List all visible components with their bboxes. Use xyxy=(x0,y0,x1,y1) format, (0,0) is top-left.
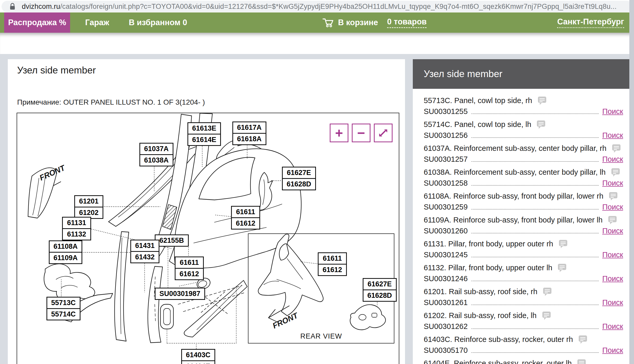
part-name: 61038A. Reinforcement sub-assy, center b… xyxy=(424,167,606,177)
diagram-part-code[interactable]: 61611 xyxy=(232,207,259,217)
diagram-part-code[interactable]: 61617A xyxy=(233,122,266,133)
main-panel: Узел side member Примечание: OUTER PANEL… xyxy=(8,59,405,364)
part-name: 61201. Rail sub-assy, roof side, rh xyxy=(424,287,537,296)
diagram-part-code[interactable]: 61612 xyxy=(319,264,346,275)
diagram-part-code[interactable]: 61627E xyxy=(283,167,315,178)
diagram-note: Примечание: OUTER PANEL ILLUST NO. 1 OF … xyxy=(17,98,205,106)
comment-bubble-icon[interactable] xyxy=(608,215,617,224)
part-search-link[interactable]: Поиск xyxy=(602,226,623,236)
address-bar[interactable]: dvizhcom.ru/catalogs/foreign/unit.php?c=… xyxy=(2,1,632,12)
diagram-part-code[interactable]: 61431 xyxy=(131,240,159,251)
diagram-part-label[interactable]: 61108A61109A xyxy=(49,240,82,264)
diagram-part-code[interactable]: 55714C xyxy=(47,308,80,320)
comment-bubble-icon[interactable] xyxy=(536,120,546,129)
diagram-part-code[interactable]: 55713C xyxy=(47,298,80,308)
diagram-part-label[interactable]: 6161161612 xyxy=(175,257,204,280)
part-search-link[interactable]: Поиск xyxy=(602,202,623,212)
main-nav: Распродажа % Гараж В избранном 0 В корзи… xyxy=(0,12,634,33)
diagram-part-code[interactable]: 61628D xyxy=(283,178,315,190)
diagram-part-code[interactable]: 61612 xyxy=(176,268,203,279)
diagram-part-code[interactable]: SU00301987 xyxy=(156,288,204,299)
browser-bar: dvizhcom.ru/catalogs/foreign/unit.php?c=… xyxy=(0,0,634,12)
part-number: SU00301255 xyxy=(424,106,468,116)
dotted-leader xyxy=(471,209,598,210)
header-spacer-band xyxy=(0,33,634,54)
comment-bubble-icon[interactable] xyxy=(537,96,547,105)
diagram-part-label[interactable]: 6161161612 xyxy=(231,206,260,230)
diagram-part-code[interactable]: 61627E xyxy=(363,279,396,289)
page-scrollbar[interactable] xyxy=(629,0,634,364)
diagram-part-code[interactable]: 61038A xyxy=(140,154,173,166)
part-search-link[interactable]: Поиск xyxy=(602,274,623,284)
diagram-part-label[interactable]: 61403C61404E xyxy=(181,349,215,364)
comment-bubble-icon[interactable] xyxy=(543,287,552,296)
parts-diagram[interactable]: FRONT FRONT REAR VIEW 61613E61614E61617A… xyxy=(17,113,399,364)
diagram-part-code[interactable]: 61611 xyxy=(319,253,346,264)
diagram-zoom-controls: + − xyxy=(330,124,393,142)
diagram-part-code[interactable]: 61613E xyxy=(188,123,220,134)
diagram-part-label[interactable]: 6143161432 xyxy=(130,240,159,263)
diagram-part-code[interactable]: 61432 xyxy=(131,251,159,262)
diagram-part-label[interactable]: SU00301987 xyxy=(155,288,205,300)
city-selector[interactable]: Санкт-Петербург xyxy=(557,12,624,33)
diagram-part-label[interactable]: 61613E61614E xyxy=(187,122,221,146)
diagram-part-label[interactable]: 55713C55714C xyxy=(46,297,80,320)
nav-garage[interactable]: Гараж xyxy=(85,12,109,33)
part-search-link[interactable]: Поиск xyxy=(602,130,623,140)
diagram-part-label[interactable]: 6161161612 xyxy=(318,252,347,276)
comment-bubble-icon[interactable] xyxy=(609,192,618,200)
comment-bubble-icon[interactable] xyxy=(557,263,567,272)
expand-icon xyxy=(378,128,388,138)
diagram-part-code[interactable]: 61202 xyxy=(75,207,103,218)
zoom-out-button[interactable]: − xyxy=(352,124,370,142)
comment-bubble-icon[interactable] xyxy=(612,144,621,153)
comment-bubble-icon[interactable] xyxy=(611,168,620,177)
nav-sale-tab[interactable]: Распродажа % xyxy=(4,12,70,33)
diagram-part-code[interactable]: 61403C xyxy=(182,350,214,360)
zoom-in-button[interactable]: + xyxy=(330,124,348,142)
diagram-part-code[interactable]: 61612 xyxy=(232,217,259,229)
comment-bubble-icon[interactable] xyxy=(542,311,551,320)
diagram-part-code[interactable]: 61108A xyxy=(50,241,82,252)
part-search-link[interactable]: Поиск xyxy=(602,178,623,188)
dotted-leader xyxy=(471,281,598,281)
diagram-part-code[interactable]: 61109A xyxy=(50,252,82,263)
diagram-part-label[interactable]: 61627E61628D xyxy=(363,278,397,302)
nav-sale-label: Распродажа % xyxy=(8,18,66,27)
diagram-part-code[interactable]: 61131 xyxy=(63,218,90,228)
diagram-part-code[interactable]: 62155B xyxy=(156,235,188,246)
comment-bubble-icon[interactable] xyxy=(558,239,568,248)
diagram-part-label[interactable]: 62155B xyxy=(155,234,189,247)
dotted-leader xyxy=(471,305,598,305)
diagram-part-label[interactable]: 61037A61038A xyxy=(139,143,173,166)
diagram-part-label[interactable]: 6113161132 xyxy=(62,217,91,240)
part-search-link[interactable]: Поиск xyxy=(602,321,623,331)
diagram-part-code[interactable]: 61628D xyxy=(363,289,396,301)
diagram-part-code[interactable]: 61611 xyxy=(176,257,203,268)
part-list-item: 61132. Pillar, front body, upper outer l… xyxy=(424,263,623,284)
diagram-part-code[interactable]: 61132 xyxy=(63,228,90,240)
diagram-part-code[interactable]: 61201 xyxy=(75,196,103,207)
diagram-part-code[interactable]: 61404E xyxy=(182,360,214,364)
diagram-part-code[interactable]: 61618A xyxy=(233,133,266,144)
comment-bubble-icon[interactable] xyxy=(577,359,586,364)
part-search-link[interactable]: Поиск xyxy=(602,106,623,116)
diagram-part-label[interactable]: 61627E61628D xyxy=(282,167,316,190)
part-search-link[interactable]: Поиск xyxy=(602,298,623,307)
nav-favorites[interactable]: В избранном 0 xyxy=(129,12,187,33)
fullscreen-button[interactable] xyxy=(374,124,393,142)
lock-icon xyxy=(9,3,16,10)
part-search-link[interactable]: Поиск xyxy=(602,250,623,260)
nav-cart[interactable]: В корзине xyxy=(322,12,378,33)
diagram-part-code[interactable]: 61614E xyxy=(188,134,220,145)
part-number: SU00301256 xyxy=(424,130,468,140)
part-number: SU00301258 xyxy=(424,178,468,188)
part-search-link[interactable]: Поиск xyxy=(602,154,623,164)
comment-bubble-icon[interactable] xyxy=(578,335,588,344)
diagram-part-label[interactable]: 61617A61618A xyxy=(232,122,266,145)
part-number: SU00301262 xyxy=(424,321,468,331)
nav-cart-count[interactable]: 0 товаров xyxy=(387,12,427,33)
diagram-part-label[interactable]: 6120161202 xyxy=(74,195,103,219)
diagram-part-code[interactable]: 61037A xyxy=(140,144,173,154)
part-search-link[interactable]: Поиск xyxy=(602,345,623,355)
